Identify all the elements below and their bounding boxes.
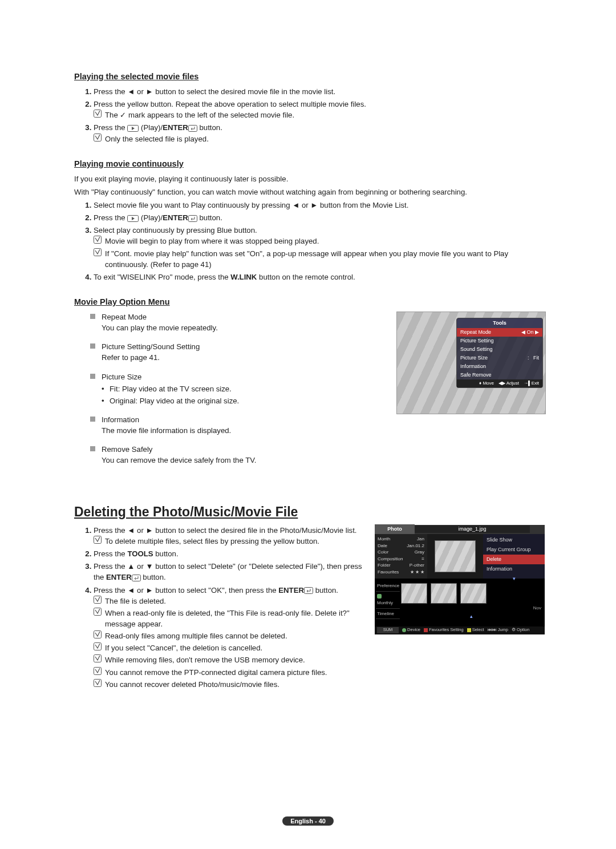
note-icon bbox=[94, 596, 102, 604]
tools-row-picture-setting: Picture Setting bbox=[457, 337, 542, 345]
list-deleting: Press the ◄ or ► button to select the de… bbox=[74, 525, 366, 690]
note-row: When a read-only file is deleted, the "T… bbox=[94, 608, 366, 629]
tools-panel: Tools Repeat Mode ◀ On ▶ Picture Setting… bbox=[456, 318, 543, 388]
list-playing-continuously: Select movie file you want to Play conti… bbox=[74, 200, 545, 282]
heading-playing-continuously: Playing movie continuously bbox=[74, 158, 545, 170]
photo-month-label: Nov bbox=[533, 605, 541, 612]
svg-rect-13 bbox=[94, 631, 102, 638]
intro-1: If you exit playing movie, playing it co… bbox=[74, 173, 545, 184]
note-row: While removing files, don't remove the U… bbox=[94, 654, 366, 665]
tools-row-information: Information bbox=[457, 362, 542, 371]
note-icon bbox=[94, 608, 102, 616]
photo-tab: Photo bbox=[375, 524, 415, 534]
step-2: Press the (Play)/ENTER button. bbox=[94, 212, 545, 223]
heading-movie-play-option: Movie Play Option Menu bbox=[74, 296, 545, 308]
enter-icon bbox=[304, 587, 313, 594]
photo-meta: MonthJan DateJan.01.2 ColorGray Composit… bbox=[375, 534, 427, 579]
opt-information: Information The movie file information i… bbox=[74, 414, 387, 436]
note-row: The file is deleted. bbox=[94, 596, 366, 607]
svg-rect-3 bbox=[94, 134, 102, 141]
heading-deleting-file: Deleting the Photo/Music/Movie File bbox=[74, 503, 545, 521]
note-icon bbox=[94, 236, 102, 244]
note-row: You cannot recover deleted Photo/music/m… bbox=[94, 679, 366, 690]
note-icon bbox=[94, 248, 102, 256]
svg-rect-17 bbox=[94, 679, 102, 686]
photo-side-nav: Preference Monthly Timeline bbox=[375, 579, 401, 626]
del-step-4: Press the ◄ or ► button to select "OK", … bbox=[94, 585, 366, 690]
svg-rect-8 bbox=[94, 536, 102, 544]
note-icon bbox=[94, 667, 102, 675]
svg-rect-5 bbox=[188, 215, 197, 221]
svg-rect-10 bbox=[304, 588, 313, 594]
tools-title: Tools bbox=[457, 318, 542, 328]
enter-icon bbox=[188, 125, 197, 132]
svg-rect-11 bbox=[94, 596, 102, 603]
enter-icon bbox=[132, 575, 141, 581]
note-icon bbox=[94, 654, 102, 662]
tools-row-safe-remove: Safe Remove bbox=[457, 371, 542, 379]
photo-browser-screenshot: Photo image_1.jpg MonthJan DateJan.01.2 … bbox=[375, 525, 545, 634]
list-playing-selected: Press the ◄ or ► button to select the de… bbox=[74, 86, 545, 144]
step-2: Press the yellow button. Repeat the abov… bbox=[94, 99, 545, 120]
note-icon bbox=[94, 630, 102, 638]
heading-playing-selected: Playing the selected movie files bbox=[74, 71, 545, 83]
tools-row-picture-size: Picture Size : Fit bbox=[457, 354, 542, 362]
page-footer: English - 40 bbox=[0, 815, 616, 826]
tools-row-sound-setting: Sound Setting bbox=[457, 345, 542, 354]
note-row: Read-only files among multiple files can… bbox=[94, 630, 366, 641]
note-icon bbox=[94, 536, 102, 544]
svg-rect-6 bbox=[94, 236, 102, 244]
step-3: Press the (Play)/ENTER button. Only the … bbox=[94, 122, 545, 144]
option-list: Repeat Mode You can play the movie repea… bbox=[74, 312, 387, 466]
note-row: If you select "Cancel", the deletion is … bbox=[94, 642, 366, 653]
svg-rect-0 bbox=[94, 110, 102, 118]
step-3: Select play continuously by pressing Blu… bbox=[94, 225, 545, 270]
opt-picture-sound: Picture Setting/Sound Setting Refer to p… bbox=[74, 341, 387, 363]
play-icon bbox=[127, 215, 139, 222]
step-1: Press the ◄ or ► button to select the de… bbox=[94, 86, 545, 97]
svg-rect-7 bbox=[94, 248, 102, 256]
tools-row-repeat-mode: Repeat Mode ◀ On ▶ bbox=[457, 328, 542, 337]
play-icon bbox=[127, 125, 139, 132]
tools-osd-screenshot: Tools Repeat Mode ◀ On ▶ Picture Setting… bbox=[396, 312, 546, 414]
step-1: Select movie file you want to Play conti… bbox=[94, 200, 545, 211]
svg-rect-12 bbox=[94, 608, 102, 615]
note-icon bbox=[94, 679, 102, 687]
svg-rect-15 bbox=[94, 655, 102, 662]
del-step-2: Press the TOOLS button. bbox=[94, 548, 366, 559]
photo-preview bbox=[427, 534, 483, 579]
enter-icon bbox=[188, 215, 197, 222]
svg-rect-16 bbox=[94, 667, 102, 674]
note-icon bbox=[94, 134, 102, 142]
note-row: You cannot remove the PTP-connected digi… bbox=[94, 667, 366, 678]
photo-context-menu: Slide Show Play Current Group Delete Inf… bbox=[483, 534, 545, 579]
step-4: To exit "WISELINK Pro" mode, press the W… bbox=[94, 272, 545, 282]
intro-2: With "Play continuously" function, you c… bbox=[74, 187, 545, 197]
del-step-1: Press the ◄ or ► button to select the de… bbox=[94, 525, 366, 547]
opt-repeat-mode: Repeat Mode You can play the movie repea… bbox=[74, 312, 387, 333]
del-step-3: Press the ▲ or ▼ button to select "Delet… bbox=[94, 561, 366, 583]
photo-footer: SUM Device Favourites Setting Select ⏮⏭ … bbox=[375, 626, 545, 634]
svg-rect-9 bbox=[132, 575, 140, 581]
svg-rect-2 bbox=[188, 125, 197, 131]
note-icon bbox=[94, 642, 102, 650]
photo-filename: image_1.jpg bbox=[415, 525, 530, 533]
opt-remove-safely: Remove Safely You can remove the device … bbox=[74, 444, 387, 466]
svg-rect-14 bbox=[94, 643, 102, 650]
opt-picture-size: Picture Size Fit: Play video at the TV s… bbox=[74, 371, 387, 406]
note-icon bbox=[94, 110, 102, 118]
